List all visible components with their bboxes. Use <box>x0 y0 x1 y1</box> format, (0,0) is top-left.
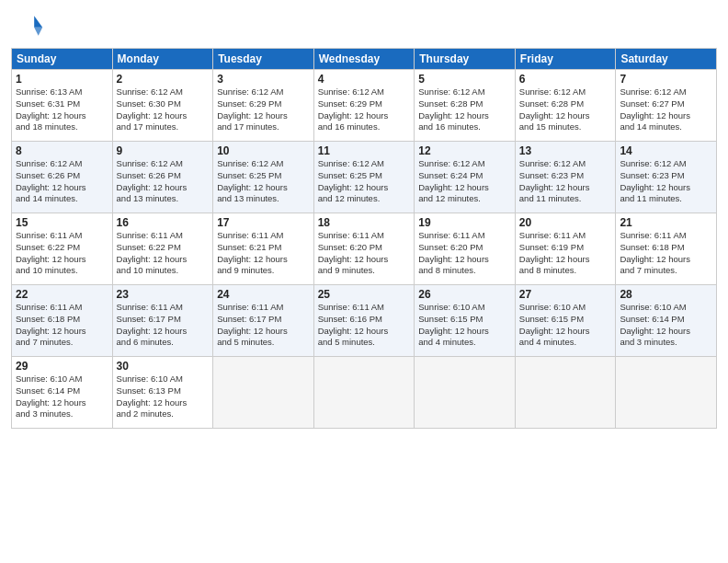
day-info: Sunrise: 6:11 AM Sunset: 6:22 PM Dayligh… <box>16 230 108 277</box>
calendar-day-cell: 15 Sunrise: 6:11 AM Sunset: 6:22 PM Dayl… <box>12 213 113 285</box>
day-info: Sunrise: 6:10 AM Sunset: 6:14 PM Dayligh… <box>16 373 108 420</box>
logo <box>11 9 48 42</box>
calendar-day-cell <box>616 357 717 429</box>
weekday-header: Wednesday <box>313 49 415 70</box>
day-number: 14 <box>620 144 712 157</box>
day-number: 6 <box>519 73 612 86</box>
day-info: Sunrise: 6:12 AM Sunset: 6:29 PM Dayligh… <box>318 86 411 133</box>
day-info: Sunrise: 6:10 AM Sunset: 6:13 PM Dayligh… <box>117 373 210 420</box>
calendar-day-cell: 3 Sunrise: 6:12 AM Sunset: 6:29 PM Dayli… <box>213 70 314 142</box>
day-info: Sunrise: 6:11 AM Sunset: 6:21 PM Dayligh… <box>217 230 310 277</box>
calendar-day-cell: 21 Sunrise: 6:11 AM Sunset: 6:18 PM Dayl… <box>616 213 717 285</box>
day-number: 29 <box>16 360 108 373</box>
day-info: Sunrise: 6:12 AM Sunset: 6:29 PM Dayligh… <box>217 86 310 133</box>
calendar-day-cell: 23 Sunrise: 6:11 AM Sunset: 6:17 PM Dayl… <box>112 285 213 357</box>
day-info: Sunrise: 6:12 AM Sunset: 6:23 PM Dayligh… <box>620 158 712 205</box>
calendar-day-cell: 16 Sunrise: 6:11 AM Sunset: 6:22 PM Dayl… <box>112 213 213 285</box>
day-number: 7 <box>620 73 712 86</box>
day-info: Sunrise: 6:12 AM Sunset: 6:26 PM Dayligh… <box>16 158 108 205</box>
day-number: 9 <box>117 144 210 157</box>
day-info: Sunrise: 6:12 AM Sunset: 6:30 PM Dayligh… <box>117 86 210 133</box>
day-info: Sunrise: 6:12 AM Sunset: 6:26 PM Dayligh… <box>117 158 210 205</box>
day-info: Sunrise: 6:10 AM Sunset: 6:15 PM Dayligh… <box>418 302 511 349</box>
day-info: Sunrise: 6:13 AM Sunset: 6:31 PM Dayligh… <box>16 86 108 133</box>
calendar-day-cell: 29 Sunrise: 6:10 AM Sunset: 6:14 PM Dayl… <box>12 357 113 429</box>
day-info: Sunrise: 6:10 AM Sunset: 6:15 PM Dayligh… <box>519 302 612 349</box>
calendar-week-row: 8 Sunrise: 6:12 AM Sunset: 6:26 PM Dayli… <box>12 142 717 213</box>
day-number: 19 <box>418 216 511 229</box>
day-number: 8 <box>16 144 108 157</box>
day-info: Sunrise: 6:11 AM Sunset: 6:22 PM Dayligh… <box>117 230 210 277</box>
day-info: Sunrise: 6:11 AM Sunset: 6:16 PM Dayligh… <box>318 302 411 349</box>
calendar-day-cell <box>415 357 516 429</box>
weekday-header: Friday <box>515 49 616 70</box>
svg-marker-0 <box>34 16 42 28</box>
calendar-week-row: 22 Sunrise: 6:11 AM Sunset: 6:18 PM Dayl… <box>12 285 717 357</box>
calendar-week-row: 29 Sunrise: 6:10 AM Sunset: 6:14 PM Dayl… <box>12 357 717 429</box>
calendar-week-row: 1 Sunrise: 6:13 AM Sunset: 6:31 PM Dayli… <box>12 70 717 142</box>
day-info: Sunrise: 6:10 AM Sunset: 6:14 PM Dayligh… <box>620 302 712 349</box>
calendar-day-cell: 9 Sunrise: 6:12 AM Sunset: 6:26 PM Dayli… <box>112 142 213 213</box>
day-number: 22 <box>16 288 108 301</box>
calendar-day-cell: 11 Sunrise: 6:12 AM Sunset: 6:25 PM Dayl… <box>313 142 415 213</box>
day-number: 16 <box>117 216 210 229</box>
calendar-day-cell <box>515 357 616 429</box>
day-info: Sunrise: 6:11 AM Sunset: 6:17 PM Dayligh… <box>117 302 210 349</box>
day-number: 28 <box>620 288 712 301</box>
day-number: 26 <box>418 288 511 301</box>
day-number: 27 <box>519 288 612 301</box>
calendar-day-cell: 6 Sunrise: 6:12 AM Sunset: 6:28 PM Dayli… <box>515 70 616 142</box>
day-info: Sunrise: 6:11 AM Sunset: 6:20 PM Dayligh… <box>318 230 411 277</box>
weekday-header: Sunday <box>12 49 113 70</box>
calendar-day-cell <box>313 357 415 429</box>
calendar-day-cell: 7 Sunrise: 6:12 AM Sunset: 6:27 PM Dayli… <box>616 70 717 142</box>
day-number: 30 <box>117 360 210 373</box>
calendar-day-cell: 24 Sunrise: 6:11 AM Sunset: 6:17 PM Dayl… <box>213 285 314 357</box>
day-info: Sunrise: 6:11 AM Sunset: 6:19 PM Dayligh… <box>519 230 612 277</box>
weekday-header: Tuesday <box>213 49 314 70</box>
day-info: Sunrise: 6:12 AM Sunset: 6:23 PM Dayligh… <box>519 158 612 205</box>
page-container: SundayMondayTuesdayWednesdayThursdayFrid… <box>0 0 728 563</box>
svg-marker-1 <box>34 28 42 36</box>
calendar-day-cell: 5 Sunrise: 6:12 AM Sunset: 6:28 PM Dayli… <box>415 70 516 142</box>
day-info: Sunrise: 6:12 AM Sunset: 6:27 PM Dayligh… <box>620 86 712 133</box>
day-number: 3 <box>217 73 310 86</box>
day-info: Sunrise: 6:12 AM Sunset: 6:25 PM Dayligh… <box>318 158 411 205</box>
weekday-header: Monday <box>112 49 213 70</box>
day-info: Sunrise: 6:12 AM Sunset: 6:24 PM Dayligh… <box>418 158 511 205</box>
weekday-header: Thursday <box>415 49 516 70</box>
day-number: 13 <box>519 144 612 157</box>
day-number: 20 <box>519 216 612 229</box>
calendar-day-cell: 1 Sunrise: 6:13 AM Sunset: 6:31 PM Dayli… <box>12 70 113 142</box>
day-number: 11 <box>318 144 411 157</box>
day-number: 10 <box>217 144 310 157</box>
calendar-day-cell: 12 Sunrise: 6:12 AM Sunset: 6:24 PM Dayl… <box>415 142 516 213</box>
calendar-day-cell: 4 Sunrise: 6:12 AM Sunset: 6:29 PM Dayli… <box>313 70 415 142</box>
day-info: Sunrise: 6:11 AM Sunset: 6:18 PM Dayligh… <box>16 302 108 349</box>
calendar-day-cell: 22 Sunrise: 6:11 AM Sunset: 6:18 PM Dayl… <box>12 285 113 357</box>
calendar-day-cell: 2 Sunrise: 6:12 AM Sunset: 6:30 PM Dayli… <box>112 70 213 142</box>
day-info: Sunrise: 6:11 AM Sunset: 6:17 PM Dayligh… <box>217 302 310 349</box>
day-number: 17 <box>217 216 310 229</box>
day-info: Sunrise: 6:11 AM Sunset: 6:18 PM Dayligh… <box>620 230 712 277</box>
calendar-day-cell: 8 Sunrise: 6:12 AM Sunset: 6:26 PM Dayli… <box>12 142 113 213</box>
calendar-day-cell <box>213 357 314 429</box>
day-info: Sunrise: 6:12 AM Sunset: 6:28 PM Dayligh… <box>418 86 511 133</box>
calendar-day-cell: 27 Sunrise: 6:10 AM Sunset: 6:15 PM Dayl… <box>515 285 616 357</box>
day-info: Sunrise: 6:12 AM Sunset: 6:25 PM Dayligh… <box>217 158 310 205</box>
calendar-day-cell: 10 Sunrise: 6:12 AM Sunset: 6:25 PM Dayl… <box>213 142 314 213</box>
day-info: Sunrise: 6:12 AM Sunset: 6:28 PM Dayligh… <box>519 86 612 133</box>
calendar-day-cell: 17 Sunrise: 6:11 AM Sunset: 6:21 PM Dayl… <box>213 213 314 285</box>
day-number: 5 <box>418 73 511 86</box>
day-number: 2 <box>117 73 210 86</box>
calendar-day-cell: 20 Sunrise: 6:11 AM Sunset: 6:19 PM Dayl… <box>515 213 616 285</box>
header <box>11 9 717 42</box>
day-number: 15 <box>16 216 108 229</box>
day-number: 25 <box>318 288 411 301</box>
calendar-day-cell: 18 Sunrise: 6:11 AM Sunset: 6:20 PM Dayl… <box>313 213 415 285</box>
calendar-table: SundayMondayTuesdayWednesdayThursdayFrid… <box>11 48 717 429</box>
day-number: 12 <box>418 144 511 157</box>
calendar-day-cell: 26 Sunrise: 6:10 AM Sunset: 6:15 PM Dayl… <box>415 285 516 357</box>
calendar-day-cell: 19 Sunrise: 6:11 AM Sunset: 6:20 PM Dayl… <box>415 213 516 285</box>
calendar-day-cell: 13 Sunrise: 6:12 AM Sunset: 6:23 PM Dayl… <box>515 142 616 213</box>
